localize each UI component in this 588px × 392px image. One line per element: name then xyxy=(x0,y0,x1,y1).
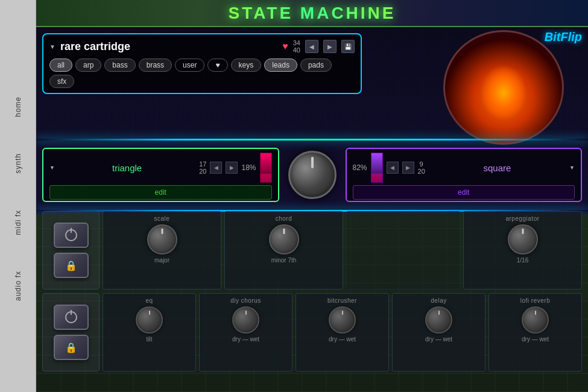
osc-left-panel: ▼ triangle 17 20 ◀ ▶ 18% edit xyxy=(42,148,279,202)
sidebar-item-audio-fx[interactable]: audio fx xyxy=(14,271,22,301)
tag-leads[interactable]: leads xyxy=(264,58,297,72)
bitcrusher-module: bitcrusher dry — wet xyxy=(296,293,389,371)
chord-value: minor 7th xyxy=(271,257,297,264)
controls-group: 🔒 scale major chord minor 7th arpeggiato… xyxy=(42,211,582,386)
arp-value: 1/16 xyxy=(517,257,528,264)
tag-all[interactable]: all xyxy=(49,58,72,72)
center-volume-knob xyxy=(282,145,343,205)
tag-keys[interactable]: keys xyxy=(231,58,262,72)
reverb-module: lofi reverb dry — wet xyxy=(488,293,582,371)
osc-right-next[interactable]: ▶ xyxy=(402,162,414,174)
osc-left-prev[interactable]: ◀ xyxy=(210,162,222,174)
main-content: STATE MACHINE BitFlip ▼ rare cartridge ♥… xyxy=(36,0,588,392)
scale-label: scale xyxy=(154,215,170,222)
eq-label: eq xyxy=(145,297,153,304)
tag-bass[interactable]: bass xyxy=(104,58,135,72)
synth-lock-btn[interactable]: 🔒 xyxy=(54,253,89,278)
eq-value: tilt xyxy=(147,336,153,343)
osc-left-edit-btn[interactable]: edit xyxy=(49,185,272,200)
preset-header: ▼ rare cartridge ♥ 34 40 ◀ ▶ 💾 xyxy=(49,39,355,54)
app-title: STATE MACHINE xyxy=(228,4,396,23)
preset-counter: 34 40 xyxy=(293,39,300,54)
chorus-knob[interactable] xyxy=(232,306,259,334)
chorus-value: dry — wet xyxy=(232,336,259,343)
arp-knob[interactable] xyxy=(508,224,538,254)
scale-knob[interactable] xyxy=(147,224,177,254)
delay-label: delay xyxy=(431,297,446,304)
preset-name: rare cartridge xyxy=(60,40,277,53)
preset-panel: ▼ rare cartridge ♥ 34 40 ◀ ▶ 💾 all arp b… xyxy=(42,33,362,94)
chord-knob[interactable] xyxy=(269,224,299,254)
osc-left-mix-bar[interactable] xyxy=(260,153,272,183)
preset-heart-btn[interactable]: ♥ xyxy=(282,41,288,52)
osc-right-edit-btn[interactable]: edit xyxy=(353,185,575,200)
title-banner: STATE MACHINE xyxy=(36,0,588,27)
tag-user[interactable]: user xyxy=(175,58,204,72)
synth-left-btns: 🔒 xyxy=(42,211,100,289)
preset-dropdown-arrow[interactable]: ▼ xyxy=(49,43,55,50)
audiofx-power-btn[interactable] xyxy=(54,305,89,330)
eq-module: eq tilt xyxy=(103,293,196,371)
audiofx-lock-btn[interactable]: 🔒 xyxy=(54,335,89,360)
osc-right-prev[interactable]: ◀ xyxy=(387,162,399,174)
scale-module: scale major xyxy=(103,211,221,289)
bitcrusher-value: dry — wet xyxy=(329,336,356,343)
sidebar-item-midi-fx[interactable]: midi fx xyxy=(14,210,22,235)
arpeggiator-module: arpeggiator 1/16 xyxy=(463,211,582,289)
synth-row: 🔒 scale major chord minor 7th arpeggiato… xyxy=(42,211,582,289)
audiofx-left-btns: 🔒 xyxy=(42,293,100,371)
fire-orb-container xyxy=(419,27,588,148)
chord-module: chord minor 7th xyxy=(224,211,343,289)
sidebar: home synth midi fx audio fx xyxy=(0,0,36,392)
audiofx-power-icon xyxy=(65,311,77,323)
osc-right-panel: 82% ◀ ▶ 9 20 square ▼ edit xyxy=(346,148,583,202)
audiofx-lock-icon: 🔒 xyxy=(65,342,77,353)
bitcrusher-knob[interactable] xyxy=(329,306,356,334)
chorus-module: diy chorus dry — wet xyxy=(199,293,292,371)
bitcrusher-label: bitcrusher xyxy=(327,297,357,304)
chord-label: chord xyxy=(276,215,292,222)
sidebar-item-synth[interactable]: synth xyxy=(14,153,22,174)
reverb-value: dry — wet xyxy=(522,336,549,343)
sidebar-item-home[interactable]: home xyxy=(14,96,22,117)
scale-value: major xyxy=(154,257,169,264)
osc-right-header: 82% ◀ ▶ 9 20 square ▼ xyxy=(353,153,575,183)
tag-arp[interactable]: arp xyxy=(75,58,101,72)
osc-right-counter: 9 20 xyxy=(418,160,425,175)
fire-orb xyxy=(443,30,564,145)
delay-knob[interactable] xyxy=(425,306,452,334)
preset-prev-btn[interactable]: ◀ xyxy=(305,40,318,53)
osc-right-dropdown[interactable]: ▼ xyxy=(569,165,575,171)
preset-next-btn[interactable]: ▶ xyxy=(323,40,337,53)
osc-right-percent: 82% xyxy=(353,163,367,172)
bitflip-logo: BitFlip xyxy=(545,30,582,44)
chorus-label: diy chorus xyxy=(230,297,261,304)
tag-pads[interactable]: pads xyxy=(300,58,332,72)
osc-left-header: ▼ triangle 17 20 ◀ ▶ 18% xyxy=(49,153,272,183)
filter-tags: all arp bass brass user ♥ keys leads pad… xyxy=(49,58,355,88)
lock-icon: 🔒 xyxy=(65,260,77,271)
osc-left-next[interactable]: ▶ xyxy=(226,162,238,174)
glow-line-1 xyxy=(36,139,588,141)
delay-module: delay dry — wet xyxy=(392,293,485,371)
power-icon xyxy=(65,229,77,241)
delay-value: dry — wet xyxy=(425,336,452,343)
tag-sfx[interactable]: sfx xyxy=(49,75,74,88)
tag-brass[interactable]: brass xyxy=(139,58,172,72)
osc-left-dropdown[interactable]: ▼ xyxy=(49,165,55,171)
osc-left-wave: triangle xyxy=(58,163,195,173)
eq-knob[interactable] xyxy=(136,306,163,334)
osc-right-mix-bar[interactable] xyxy=(371,153,383,183)
osc-right-wave: square xyxy=(429,163,566,173)
reverb-label: lofi reverb xyxy=(520,297,550,304)
oscillator-section: ▼ triangle 17 20 ◀ ▶ 18% edit 82% ◀ xyxy=(42,145,582,205)
synth-power-btn[interactable] xyxy=(54,223,89,248)
audiofx-row: 🔒 eq tilt diy chorus dry — wet bitcrushe… xyxy=(42,293,582,371)
tag-heart[interactable]: ♥ xyxy=(207,58,227,72)
reverb-knob[interactable] xyxy=(522,306,549,334)
preset-save-btn[interactable]: 💾 xyxy=(341,40,355,53)
osc-left-counter: 17 20 xyxy=(199,160,206,175)
volume-knob[interactable] xyxy=(288,151,337,199)
osc-left-percent: 18% xyxy=(241,163,256,172)
arp-label: arpeggiator xyxy=(505,215,539,222)
